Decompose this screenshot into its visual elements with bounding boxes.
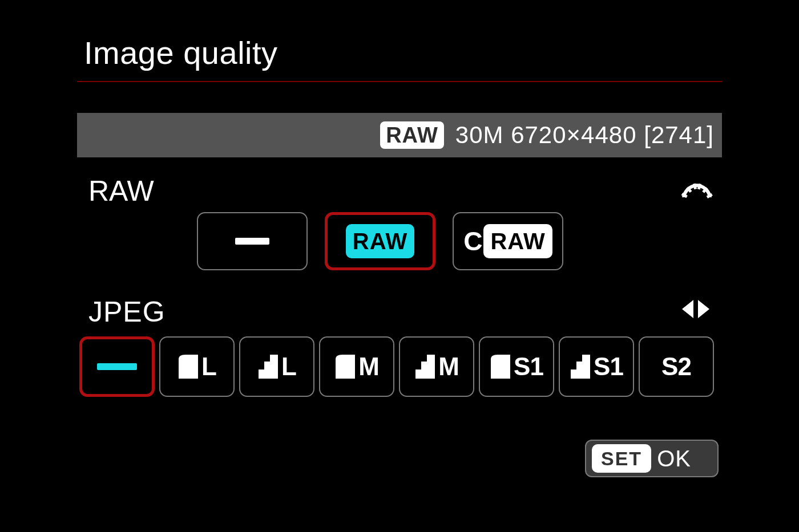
- svg-marker-6: [682, 300, 693, 318]
- title-divider: [77, 81, 722, 82]
- raw-badge: RAW: [346, 224, 414, 258]
- craw-badge: C RAW: [463, 224, 552, 258]
- raw-option-craw[interactable]: C RAW: [453, 212, 563, 270]
- jpeg-size-label: S1: [594, 352, 623, 381]
- raw-option-raw[interactable]: RAW: [325, 212, 435, 270]
- set-ok-button[interactable]: SET OK: [585, 440, 719, 477]
- jpeg-option-small1-normal[interactable]: S1: [559, 336, 634, 397]
- jpeg-size-label: S1: [514, 352, 543, 381]
- jpeg-size-label: M: [438, 352, 459, 381]
- dial-icon: [680, 180, 714, 200]
- jpeg-size-label: L: [201, 352, 216, 381]
- status-bar: RAW 30M 6720×4480 [2741]: [77, 113, 722, 157]
- svg-marker-7: [698, 300, 709, 318]
- raw-options-row: RAW C RAW: [197, 212, 563, 270]
- status-info: 30M 6720×4480 [2741]: [455, 121, 714, 149]
- jpeg-option-small2[interactable]: S2: [639, 336, 714, 397]
- jpeg-size-label: L: [281, 352, 296, 381]
- page-title: Image quality: [84, 34, 278, 71]
- jpeg-option-large-fine[interactable]: L: [159, 336, 235, 397]
- normal-quality-icon: [414, 354, 436, 380]
- raw-option-none[interactable]: [197, 212, 308, 270]
- normal-quality-icon: [257, 354, 279, 380]
- jpeg-option-large-normal[interactable]: L: [239, 336, 314, 397]
- status-raw-chip: RAW: [380, 121, 444, 149]
- jpeg-option-medium-normal[interactable]: M: [399, 336, 474, 397]
- fine-quality-icon: [177, 354, 199, 380]
- image-quality-screen: Image quality RAW 30M 6720×4480 [2741] R…: [44, 29, 755, 503]
- set-pill: SET: [592, 444, 651, 473]
- jpeg-option-none[interactable]: [79, 336, 155, 397]
- craw-raw-badge: RAW: [483, 224, 552, 258]
- jpeg-option-medium-fine[interactable]: M: [319, 336, 394, 397]
- jpeg-size-label: S2: [661, 352, 691, 381]
- normal-quality-icon: [570, 354, 591, 380]
- jpeg-options-row: L L M M S1: [79, 336, 714, 397]
- jpeg-size-label: M: [358, 352, 379, 381]
- ok-label: OK: [657, 446, 691, 472]
- fine-quality-icon: [334, 354, 356, 380]
- left-right-arrows-icon: [680, 298, 712, 320]
- craw-c-letter: C: [463, 226, 482, 257]
- dash-icon: [235, 238, 269, 245]
- fine-quality-icon: [490, 354, 511, 380]
- jpeg-section-label: JPEG: [88, 295, 166, 328]
- jpeg-option-small1-fine[interactable]: S1: [479, 336, 554, 397]
- dash-icon: [97, 363, 137, 370]
- raw-section-label: RAW: [88, 174, 154, 208]
